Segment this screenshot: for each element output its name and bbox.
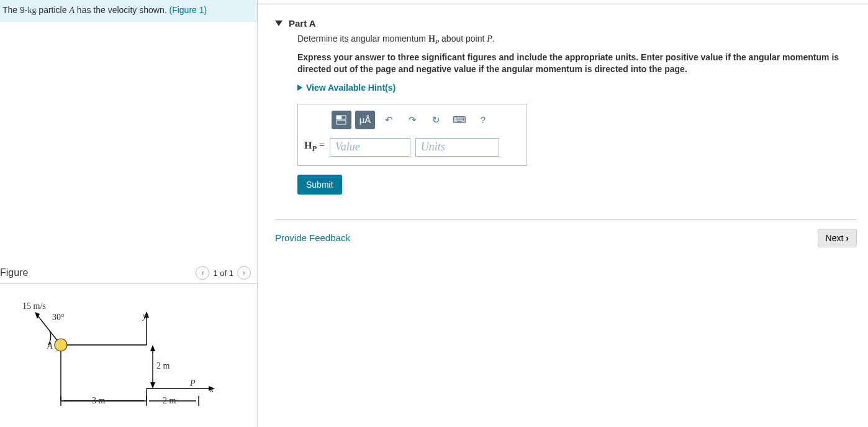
figure-label-3m: 3 m (92, 396, 105, 406)
redo-button[interactable]: ↷ (402, 111, 422, 129)
svg-rect-19 (337, 116, 341, 119)
undo-button[interactable]: ↶ (379, 111, 399, 129)
figure-label-y: y (143, 311, 147, 321)
view-hints-link[interactable]: View Available Hint(s) (297, 83, 846, 93)
figure-pager-text: 1 of 1 (213, 269, 233, 278)
problem-text-3: has the velocity shown. (75, 5, 170, 15)
reset-icon: ↻ (432, 114, 440, 126)
keyboard-icon: ⌨ (453, 114, 466, 126)
figure-label-x: x (210, 385, 214, 395)
provide-feedback-link[interactable]: Provide Feedback (275, 232, 350, 243)
svg-point-18 (55, 339, 67, 351)
submit-button[interactable]: Submit (297, 175, 342, 195)
figure-title: Figure (0, 267, 28, 278)
sym-P: P (487, 34, 492, 44)
units-button[interactable]: µÅ (355, 111, 375, 129)
left-column: The 9-kg particle A has the velocity sho… (0, 0, 258, 427)
answer-instructions: Express your answer to three significant… (297, 52, 846, 75)
figure-diagram: 15 m/s 30° A y 2 m P x 3 m 2 m (19, 296, 224, 427)
figure-label-2m-vert: 2 m (156, 361, 170, 371)
answer-row: HP = (298, 135, 527, 165)
answer-lhs: HP = (304, 140, 325, 154)
svg-rect-20 (341, 116, 346, 119)
figure-pager: ‹ 1 of 1 › (196, 266, 251, 280)
svg-marker-17 (150, 382, 155, 388)
undo-icon: ↶ (385, 114, 393, 126)
svg-marker-16 (150, 345, 155, 351)
part-header[interactable]: Part A (275, 11, 857, 34)
problem-var-a: A (69, 6, 75, 15)
figure-label-P: P (190, 379, 196, 388)
question-mid: about point (439, 34, 487, 44)
reset-button[interactable]: ↻ (426, 111, 446, 129)
problem-text-1: The 9- (2, 5, 27, 15)
figure-label-A: A (47, 341, 53, 351)
question-prefix: Determine its angular momentum (297, 34, 428, 44)
redo-icon: ↷ (409, 114, 417, 126)
figure-link[interactable]: (Figure 1) (169, 5, 207, 15)
part-title: Part A (289, 18, 316, 29)
figure-label-2m-horiz: 2 m (163, 396, 176, 406)
figure-prev-button[interactable]: ‹ (196, 266, 209, 280)
figure-label-speed: 15 m/s (22, 301, 46, 311)
question-end: . (492, 34, 495, 44)
footer-row: Provide Feedback Next › (275, 219, 857, 247)
problem-text-2: particle (36, 5, 69, 15)
sym-H: H (428, 34, 435, 44)
caret-down-icon (275, 21, 283, 26)
problem-statement: The 9-kg particle A has the velocity sho… (0, 0, 257, 22)
right-column: Part A Determine its angular momentum HP… (258, 0, 868, 427)
answer-toolbar: µÅ ↶ ↷ ↻ ⌨ ? (298, 104, 527, 135)
units-input[interactable] (415, 138, 499, 157)
keyboard-button[interactable]: ⌨ (450, 111, 469, 129)
next-button[interactable]: Next › (818, 229, 857, 247)
template-button[interactable] (332, 111, 351, 129)
question-text: Determine its angular momentum HP about … (297, 34, 846, 45)
next-label: Next (826, 233, 844, 243)
hints-label: View Available Hint(s) (306, 83, 396, 93)
help-button[interactable]: ? (473, 111, 493, 129)
figure-header: Figure ‹ 1 of 1 › (0, 265, 257, 284)
svg-rect-21 (337, 121, 346, 124)
caret-right-icon (297, 85, 302, 91)
value-input[interactable] (330, 138, 410, 157)
problem-unit: kg (27, 6, 36, 15)
figure-panel: Figure ‹ 1 of 1 › (0, 261, 257, 427)
chevron-right-icon: › (846, 233, 849, 243)
answer-box: µÅ ↶ ↷ ↻ ⌨ ? HP = (297, 104, 527, 166)
figure-label-angle: 30° (52, 313, 65, 323)
figure-next-button[interactable]: › (237, 266, 251, 280)
figure-body: 15 m/s 30° A y 2 m P x 3 m 2 m (0, 284, 257, 427)
